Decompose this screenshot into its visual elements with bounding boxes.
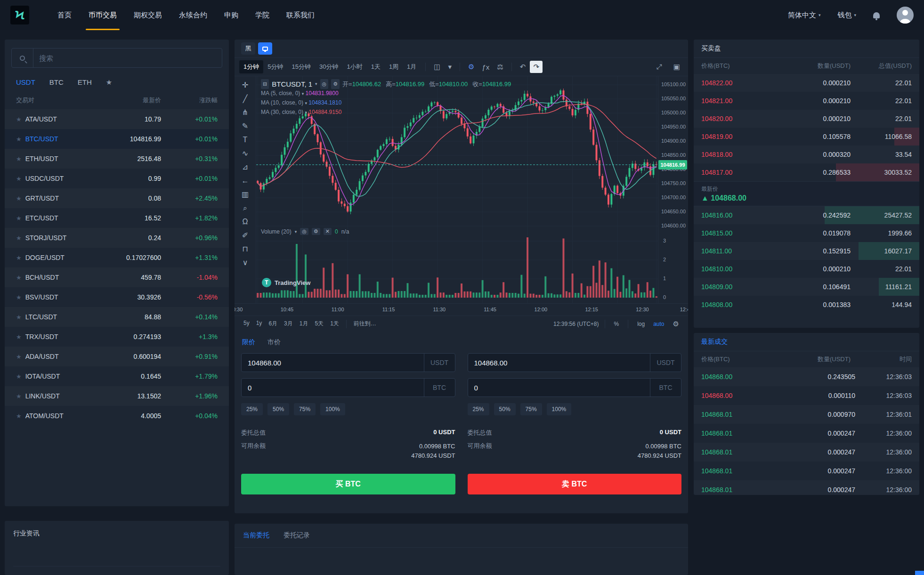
book-row-ask[interactable]: 104822.000.00021022.01 xyxy=(694,74,919,92)
star-icon[interactable]: ★ xyxy=(16,215,22,222)
range-button-1y[interactable]: 1y xyxy=(253,318,266,330)
forecast-tool-icon[interactable]: ⊿ xyxy=(242,163,248,171)
log-scale-button[interactable]: log xyxy=(634,319,648,329)
app-logo[interactable]: Ϟ xyxy=(10,6,29,24)
pair-row[interactable]: ★ATA/USDT10.79+0.01% xyxy=(5,109,229,129)
percent-scale-button[interactable]: % xyxy=(611,319,623,329)
book-row-ask[interactable]: 104817.000.28653330033.52 xyxy=(694,163,919,181)
redo-icon[interactable]: ↷ xyxy=(530,61,543,73)
order-type-tab-限价[interactable]: 限价 xyxy=(242,338,255,347)
star-icon[interactable]: ★ xyxy=(16,353,22,360)
book-row-ask[interactable]: 104821.000.00021022.01 xyxy=(694,92,919,110)
user-avatar[interactable] xyxy=(897,7,914,24)
book-row-bid[interactable]: 104816.000.24259225427.52 xyxy=(694,206,919,224)
percent-button-25%[interactable]: 25% xyxy=(241,403,263,415)
percent-button-100%[interactable]: 100% xyxy=(320,403,345,415)
zoom-icon[interactable]: ⌕ xyxy=(243,204,247,212)
book-row-ask[interactable]: 104819.000.10557811066.58 xyxy=(694,128,919,146)
chevron-down-icon[interactable]: ∨ xyxy=(243,259,248,267)
order-type-tab-市价[interactable]: 市价 xyxy=(267,338,281,347)
orders-tab-委托记录[interactable]: 委托记录 xyxy=(284,531,310,540)
percent-button-75%[interactable]: 75% xyxy=(520,403,542,415)
buy-price-input[interactable] xyxy=(242,354,424,372)
wallet-menu[interactable]: 钱包 ▾ xyxy=(837,11,856,20)
horizontal-scrollbar[interactable] xyxy=(915,571,924,575)
pair-row[interactable]: ★ETH/USDT2516.48+0.31% xyxy=(5,149,229,169)
dark-theme-button[interactable]: 黑 xyxy=(241,42,255,55)
timeframe-5分钟[interactable]: 5分钟 xyxy=(263,60,287,73)
book-row-bid[interactable]: 104811.000.15291516027.17 xyxy=(694,242,919,260)
lock-icon[interactable]: ⊓ xyxy=(242,245,248,253)
nav-item-6[interactable]: 学院 xyxy=(247,0,278,30)
sell-amount-input[interactable] xyxy=(468,379,650,397)
percent-button-50%[interactable]: 50% xyxy=(494,403,516,415)
gear-icon[interactable]: ⚙ xyxy=(331,79,340,89)
pair-row[interactable]: ★ETC/USDT16.52+1.82% xyxy=(5,208,229,228)
trade-row[interactable]: 104868.010.00024712:36:00 xyxy=(694,443,919,462)
timeframe-1周[interactable]: 1周 xyxy=(385,60,403,73)
pair-row[interactable]: ★LINK/USDT13.1502+1.96% xyxy=(5,386,229,406)
nav-item-3[interactable]: 期权交易 xyxy=(125,0,170,30)
auto-scale-button[interactable]: auto xyxy=(650,319,667,329)
book-row-bid[interactable]: 104808.000.001383144.94 xyxy=(694,296,919,314)
timeframe-15分钟[interactable]: 15分钟 xyxy=(287,60,315,73)
pair-row[interactable]: ★TRX/USDT0.274193+1.3% xyxy=(5,327,229,347)
market-tab-USDT[interactable]: USDT xyxy=(16,78,35,87)
nav-item-1[interactable]: 首页 xyxy=(49,0,80,30)
gear-icon[interactable]: ⚙ xyxy=(312,228,320,235)
gear-icon[interactable]: ⚙ xyxy=(670,318,682,330)
star-icon[interactable]: ★ xyxy=(16,254,22,261)
crosshair-icon[interactable]: ✛ xyxy=(242,81,248,89)
timeframe-1分钟[interactable]: 1分钟 xyxy=(239,60,263,73)
buy-button[interactable]: 买 BTC xyxy=(241,474,455,494)
star-icon[interactable]: ★ xyxy=(16,373,22,380)
candlestick-chart[interactable] xyxy=(256,76,658,303)
nav-item-7[interactable]: 联系我们 xyxy=(278,0,323,30)
trend-line-icon[interactable]: ╱ xyxy=(243,95,248,103)
sell-button[interactable]: 卖 BTC xyxy=(468,474,682,494)
range-button-3月[interactable]: 3月 xyxy=(281,318,296,330)
pair-row[interactable]: ★ATOM/USDT4.0005+0.04% xyxy=(5,406,229,426)
arrow-left-icon[interactable]: ← xyxy=(242,177,249,185)
pair-row[interactable]: ★BTC/USDT104816.99+0.01% xyxy=(5,129,229,149)
range-button-6月[interactable]: 6月 xyxy=(265,318,281,330)
favorites-tab[interactable]: ★ xyxy=(106,78,112,87)
indicators-icon[interactable]: ƒx xyxy=(479,61,493,73)
star-icon[interactable]: ★ xyxy=(16,235,22,242)
trade-row[interactable]: 104868.010.00097012:36:01 xyxy=(694,405,919,424)
trade-row[interactable]: 104868.010.00024712:36:00 xyxy=(694,424,919,443)
buy-amount-input[interactable] xyxy=(242,379,424,397)
book-row-bid[interactable]: 104810.000.00021022.01 xyxy=(694,260,919,278)
range-button-1天[interactable]: 1天 xyxy=(327,318,342,330)
chevron-down-icon[interactable]: ▾ xyxy=(295,229,297,234)
notification-bell-icon[interactable] xyxy=(873,12,880,18)
brush-icon[interactable]: ✎ xyxy=(242,122,248,130)
minimize-legend-icon[interactable]: ⊟ xyxy=(261,79,269,89)
pair-row[interactable]: ★DOGE/USDT0.17027600+1.31% xyxy=(5,248,229,267)
star-icon[interactable]: ★ xyxy=(16,136,22,143)
trade-row[interactable]: 104868.010.00024712:36:00 xyxy=(694,462,919,480)
pair-row[interactable]: ★IOTA/USDT0.1645+1.79% xyxy=(5,366,229,386)
candle-style-icon[interactable]: ◫ xyxy=(430,61,444,73)
pair-row[interactable]: ★BCH/USDT459.78-1.04% xyxy=(5,267,229,287)
trade-row[interactable]: 104868.000.00011012:36:03 xyxy=(694,386,919,405)
book-row-ask[interactable]: 104820.000.00021022.01 xyxy=(694,110,919,128)
timeframe-1小时[interactable]: 1小时 xyxy=(342,60,366,73)
undo-icon[interactable]: ↶ xyxy=(517,61,529,73)
time-axis[interactable]: 10:3010:4511:0011:1511:3011:4512:0012:15… xyxy=(235,303,688,316)
timeframe-30分钟[interactable]: 30分钟 xyxy=(315,60,342,73)
star-icon[interactable]: ★ xyxy=(16,314,22,321)
star-icon[interactable]: ★ xyxy=(16,413,22,420)
compare-scales-icon[interactable]: ⚖ xyxy=(494,61,506,73)
maximize-icon[interactable]: ⤢ xyxy=(653,61,665,73)
star-icon[interactable]: ★ xyxy=(16,155,22,162)
book-row-bid[interactable]: 104815.000.0190781999.66 xyxy=(694,224,919,242)
close-icon[interactable]: ✕ xyxy=(324,228,332,235)
percent-button-100%[interactable]: 100% xyxy=(547,403,572,415)
nav-item-2[interactable]: 币币交易 xyxy=(80,0,125,30)
sell-price-input[interactable] xyxy=(468,354,650,372)
percent-button-75%[interactable]: 75% xyxy=(294,403,316,415)
timeframe-1月[interactable]: 1月 xyxy=(403,60,421,73)
star-icon[interactable]: ★ xyxy=(16,274,22,281)
star-icon[interactable]: ★ xyxy=(16,175,22,182)
